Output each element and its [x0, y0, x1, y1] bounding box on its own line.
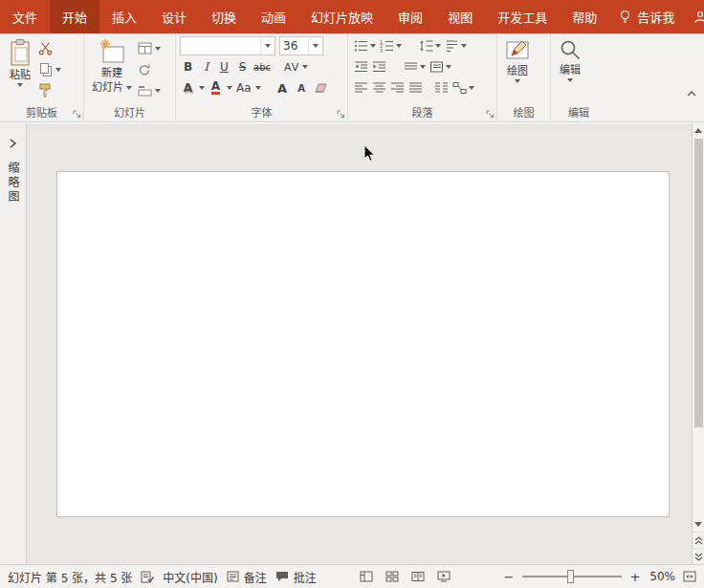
svg-text:3: 3: [380, 48, 383, 54]
font-name-dropdown[interactable]: [260, 37, 275, 54]
fit-to-window-button[interactable]: [683, 571, 696, 582]
triangle-up-icon: [694, 128, 702, 133]
character-spacing-button[interactable]: AV: [283, 58, 300, 76]
tab-insert[interactable]: 插入: [99, 0, 149, 33]
font-name-input[interactable]: [181, 39, 260, 53]
zoom-in-button[interactable]: +: [628, 570, 642, 584]
decrease-indent-button[interactable]: [352, 57, 370, 76]
notes-button[interactable]: 备注: [227, 569, 267, 585]
font-group-label: 字体: [176, 104, 347, 120]
font-size-dropdown[interactable]: [308, 37, 322, 54]
slide-number-indicator[interactable]: 幻灯片 第 5 张，共 5 张: [8, 569, 132, 585]
slideshow-view-button[interactable]: [437, 571, 451, 582]
clipboard-dialog-launcher[interactable]: [73, 110, 81, 119]
spell-check-button[interactable]: [141, 571, 154, 583]
text-direction-button[interactable]: [443, 36, 469, 55]
text-direction-icon: [445, 39, 459, 53]
font-name-combo[interactable]: [180, 36, 275, 55]
font-dialog-launcher[interactable]: [337, 110, 345, 119]
font-size-input[interactable]: [280, 39, 308, 53]
tab-review[interactable]: 审阅: [385, 0, 435, 33]
align-text-button[interactable]: [402, 57, 428, 76]
cut-button[interactable]: [36, 39, 63, 57]
zoom-out-button[interactable]: −: [502, 570, 516, 584]
text-shadow-abc-button[interactable]: abc: [253, 58, 272, 76]
lightbulb-icon: [619, 10, 631, 25]
drawing-dropdown-icon: [515, 79, 520, 83]
normal-view-button[interactable]: [360, 571, 373, 582]
zoom-level-indicator[interactable]: 50%: [649, 570, 675, 583]
character-spacing-dropdown-icon: [302, 65, 308, 69]
zoom-slider-thumb[interactable]: [567, 570, 574, 583]
tab-developer[interactable]: 开发工具: [485, 0, 560, 33]
underline-button[interactable]: U: [216, 58, 232, 76]
bold-button[interactable]: B: [180, 58, 196, 76]
align-center-button[interactable]: [370, 78, 388, 98]
strikethrough-button[interactable]: S: [234, 58, 251, 76]
bullets-button[interactable]: [352, 36, 378, 55]
editing-button[interactable]: 编辑: [555, 35, 585, 107]
layout-button[interactable]: [136, 39, 163, 57]
text-shadow-button[interactable]: A: [180, 79, 196, 98]
font-color-button[interactable]: A: [211, 81, 220, 95]
scroll-down-button[interactable]: [693, 517, 704, 532]
columns-button[interactable]: [432, 78, 451, 98]
scrollbar-thumb[interactable]: [694, 139, 703, 427]
pointer-icon: [363, 144, 376, 163]
tab-view[interactable]: 视图: [435, 0, 485, 33]
expand-thumbnails-icon[interactable]: [9, 139, 17, 148]
new-slide-button[interactable]: 新建 幻灯片: [88, 35, 136, 107]
format-painter-button[interactable]: [36, 81, 63, 99]
tell-me-button[interactable]: 告诉我: [609, 0, 684, 33]
language-indicator[interactable]: 中文(中国): [163, 569, 217, 585]
next-slide-button[interactable]: [693, 548, 704, 564]
previous-slide-button[interactable]: [693, 532, 704, 548]
align-right-button[interactable]: [388, 78, 407, 98]
clear-formatting-button[interactable]: [313, 79, 329, 98]
triangle-down-icon: [694, 522, 702, 527]
justify-button[interactable]: [407, 78, 425, 98]
slide-sorter-view-button[interactable]: [385, 571, 399, 582]
font-size-combo[interactable]: [279, 36, 323, 55]
increase-indent-button[interactable]: [370, 57, 388, 76]
columns-icon: [434, 81, 449, 95]
slides-group-label: 幻灯片: [84, 104, 175, 120]
paste-button[interactable]: 粘贴: [4, 35, 36, 107]
convert-smartart-button[interactable]: [451, 78, 476, 98]
line-spacing-button[interactable]: [417, 36, 443, 55]
slide-canvas[interactable]: [27, 123, 692, 564]
tab-animations[interactable]: 动画: [249, 0, 298, 33]
change-case-button[interactable]: Aa: [235, 79, 253, 98]
tab-transitions[interactable]: 切换: [199, 0, 249, 33]
italic-button[interactable]: I: [198, 58, 214, 76]
copy-button[interactable]: [36, 60, 63, 78]
scroll-up-button[interactable]: [693, 123, 704, 138]
tab-slideshow[interactable]: 幻灯片放映: [298, 0, 385, 33]
slide[interactable]: [56, 171, 670, 517]
paragraph-dialog-launcher[interactable]: [486, 110, 495, 119]
shadow-dropdown-icon: [199, 86, 205, 90]
numbering-button[interactable]: 123: [378, 36, 404, 55]
thumbnails-rail[interactable]: 缩略图: [0, 123, 27, 564]
share-button[interactable]: 共享: [684, 0, 704, 33]
comments-button[interactable]: 批注: [275, 569, 317, 585]
tab-design[interactable]: 设计: [149, 0, 199, 33]
comments-icon: [275, 571, 289, 582]
drawing-button[interactable]: 绘图: [501, 35, 534, 107]
collapse-ribbon-button[interactable]: [687, 91, 696, 97]
tab-home[interactable]: 开始: [50, 0, 99, 33]
dialog-launcher-icon: [486, 110, 495, 119]
decrease-indent-icon: [354, 60, 368, 74]
reading-view-button[interactable]: [411, 571, 425, 582]
tab-file[interactable]: 文件: [0, 0, 50, 33]
vertical-scrollbar[interactable]: [692, 123, 704, 564]
align-left-button[interactable]: [352, 78, 370, 98]
grow-font-button[interactable]: A: [275, 79, 291, 98]
zoom-slider[interactable]: [522, 576, 622, 577]
increase-indent-icon: [372, 60, 386, 74]
reset-button[interactable]: [136, 60, 163, 78]
paragraph-spacing-button[interactable]: [428, 57, 453, 76]
tab-help[interactable]: 帮助: [560, 0, 609, 33]
section-button[interactable]: [136, 81, 163, 99]
shrink-font-button[interactable]: A: [294, 79, 310, 98]
